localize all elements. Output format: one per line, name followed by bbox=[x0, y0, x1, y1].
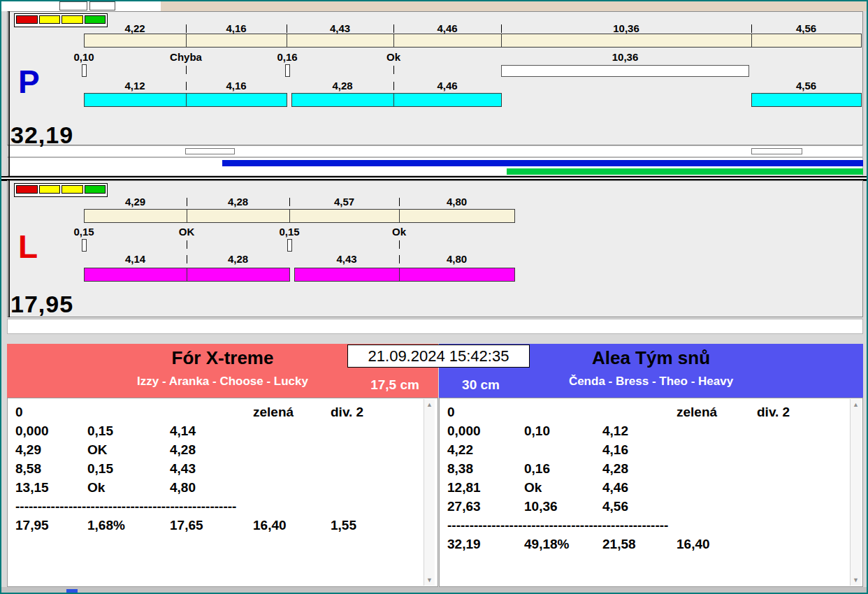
panel-left-edge bbox=[8, 11, 10, 176]
panel-left-edge bbox=[8, 180, 10, 317]
result-cell: 4,28 bbox=[170, 443, 196, 456]
mark-label: Ok bbox=[386, 52, 400, 62]
split-time-label: 4,80 bbox=[447, 196, 467, 207]
result-cell: OK bbox=[87, 443, 108, 456]
dog-time-label: 4,43 bbox=[336, 254, 356, 264]
background-window-tab bbox=[89, 1, 115, 10]
separator-dashes: ----------------------------------------… bbox=[15, 500, 236, 513]
result-cell: 4,16 bbox=[602, 443, 628, 456]
fault-tick bbox=[399, 240, 400, 249]
time-segment bbox=[187, 209, 290, 223]
mark-label: Ok bbox=[392, 226, 406, 237]
result-cell: 1,55 bbox=[331, 519, 356, 532]
segment-tick bbox=[186, 24, 187, 33]
dog-time-label: 4,28 bbox=[332, 80, 352, 91]
result-cell: 32,19 bbox=[447, 537, 481, 551]
dog-time-label: 4,12 bbox=[124, 80, 145, 91]
result-cell: 8,38 bbox=[447, 462, 473, 475]
start-lights bbox=[14, 183, 108, 197]
result-cell: 4,12 bbox=[602, 424, 628, 437]
segment-tick bbox=[187, 255, 187, 263]
split-time-label: 4,56 bbox=[796, 23, 816, 34]
result-cell: 0,10 bbox=[524, 424, 550, 437]
dog-time-segment bbox=[399, 268, 515, 282]
result-cell: 0,15 bbox=[87, 424, 113, 437]
split-time-label: 4,46 bbox=[437, 23, 457, 34]
result-cell: div. 2 bbox=[331, 405, 363, 419]
lane-total-l: 17,95 bbox=[10, 292, 73, 316]
time-segment bbox=[751, 34, 862, 48]
gate-marker bbox=[82, 64, 87, 77]
segment-tick bbox=[186, 82, 187, 90]
time-segment bbox=[399, 209, 515, 223]
result-cell: 0,15 bbox=[87, 462, 113, 475]
result-cell: 10,36 bbox=[524, 500, 558, 513]
timing-app-window: Fór X-treme Izzy - Aranka - Choose - Luc… bbox=[0, 0, 868, 594]
segment-tick bbox=[287, 24, 287, 33]
result-cell: Ok bbox=[87, 481, 105, 494]
time-segment bbox=[287, 34, 394, 48]
result-cell: 1,68% bbox=[87, 519, 125, 532]
result-cell: 12,81 bbox=[447, 481, 481, 494]
time-segment bbox=[84, 34, 187, 48]
table-scrollbar-left[interactable]: ▲ ▼ bbox=[424, 399, 435, 586]
time-segment bbox=[186, 34, 287, 48]
segment-tick bbox=[399, 198, 400, 206]
scroll-up-icon[interactable]: ▲ bbox=[851, 401, 861, 408]
jump-height-left: 17,5 cm bbox=[370, 377, 419, 393]
gate-marker bbox=[82, 239, 87, 252]
segment-tick bbox=[399, 255, 400, 263]
scroll-down-icon[interactable]: ▼ bbox=[851, 577, 861, 584]
start-lights bbox=[14, 13, 108, 27]
results-table-right bbox=[439, 398, 863, 587]
split-time-label: 4,57 bbox=[334, 196, 354, 207]
table-scrollbar-right[interactable]: ▲ ▼ bbox=[850, 399, 861, 586]
segment-tick bbox=[393, 82, 394, 90]
result-cell: 13,15 bbox=[15, 481, 49, 494]
result-cell: 49,18% bbox=[524, 537, 569, 551]
scroll-up-icon[interactable]: ▲ bbox=[424, 401, 435, 408]
bottom-strip bbox=[1, 587, 867, 593]
photocell-indicator bbox=[185, 148, 235, 154]
dog-time-segment bbox=[84, 93, 187, 107]
split-time-label: 4,29 bbox=[125, 196, 145, 207]
time-segment bbox=[393, 34, 502, 48]
result-cell: 16,40 bbox=[253, 519, 287, 532]
photocell-row bbox=[7, 145, 863, 157]
jump-height-right: 30 cm bbox=[462, 377, 500, 393]
start-light bbox=[85, 15, 106, 24]
green-progress-bar bbox=[507, 168, 863, 175]
segment-tick bbox=[751, 24, 752, 33]
result-cell: 4,46 bbox=[602, 481, 628, 494]
result-cell: 0 bbox=[447, 405, 455, 419]
rerun-band bbox=[501, 65, 749, 77]
taskbar-fragment bbox=[66, 589, 78, 593]
split-time-label: 4,16 bbox=[226, 23, 246, 34]
result-cell: 0,000 bbox=[447, 424, 481, 437]
mark-label: OK bbox=[179, 226, 195, 237]
dog-time-segment bbox=[751, 93, 862, 107]
scroll-down-icon[interactable]: ▼ bbox=[424, 577, 435, 584]
result-cell: 0 bbox=[15, 405, 23, 419]
fault-tick bbox=[393, 66, 394, 74]
result-cell: zelená bbox=[677, 405, 717, 419]
result-cell: 21,58 bbox=[602, 537, 636, 551]
lane-letter-l: L bbox=[18, 231, 38, 263]
time-segment bbox=[84, 209, 187, 223]
mark-label: 0,16 bbox=[277, 52, 297, 62]
result-cell: zelená bbox=[253, 405, 294, 419]
dog-time-segment bbox=[84, 268, 187, 282]
datetime-display: 21.09.2024 15:42:35 bbox=[347, 345, 530, 368]
result-cell: div. 2 bbox=[757, 405, 790, 419]
results-table-left bbox=[7, 398, 438, 587]
dog-time-segment bbox=[291, 93, 394, 107]
mark-label: Chyba bbox=[170, 52, 202, 62]
split-time-label: 4,43 bbox=[330, 23, 350, 34]
result-cell: Ok bbox=[524, 481, 542, 494]
dog-time-label: 4,14 bbox=[125, 254, 145, 264]
mark-label: 0,15 bbox=[73, 226, 94, 237]
mark-label: 0,10 bbox=[73, 52, 94, 62]
start-light bbox=[39, 185, 61, 194]
result-cell: 4,29 bbox=[15, 443, 41, 456]
separator-dashes: ----------------------------------------… bbox=[447, 519, 668, 532]
